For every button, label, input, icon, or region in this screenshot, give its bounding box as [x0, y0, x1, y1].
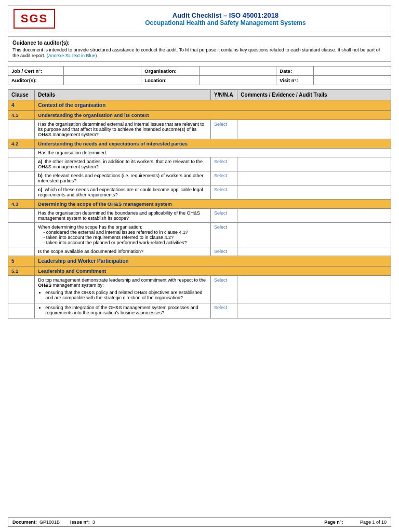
question-43c-row: Is the scope available as documented inf…: [8, 247, 391, 256]
question-51-row: Do top management demonstrate leadership…: [8, 276, 391, 303]
subsection-41-clause: 4.1: [8, 111, 35, 120]
question-42a-details: a) the other interested parties, in addi…: [35, 157, 211, 171]
question-51b-row: ensuring the integration of the OH&S man…: [8, 303, 391, 318]
question-42a-row: a) the other interested parties, in addi…: [8, 157, 391, 171]
section-4-row: 4 Context of the organisation: [8, 100, 391, 111]
subsection-41-row: 4.1 Understanding the organisation and i…: [8, 111, 391, 120]
date-label: Date:: [276, 66, 314, 76]
subsection-51-title: Leadership and Commitment: [35, 267, 391, 276]
subsection-51-clause: 5.1: [8, 267, 35, 276]
question-41-details: Has the organisation determined external…: [35, 120, 211, 139]
section-5-title: Leadership and Worker Participation: [35, 256, 391, 267]
dash-item-1: considered the external and internal iss…: [43, 230, 207, 235]
question-51a-comments[interactable]: [237, 276, 391, 303]
question-51b-yna[interactable]: Select: [211, 303, 237, 318]
auditor-label: Auditor(s):: [8, 76, 64, 85]
guidance-box: Guidance to auditor(s): This document is…: [8, 36, 391, 62]
organisation-label: Organisation:: [141, 66, 199, 76]
visit-value[interactable]: [314, 76, 391, 85]
title-line1: Audit Checklist – ISO 45001:2018: [65, 11, 385, 19]
question-41-row: Has the organisation determined external…: [8, 120, 391, 139]
bullet-item-51b: ensuring the integration of the OH&S man…: [45, 305, 207, 315]
footer-page: Page n°: Page 1 of 10: [324, 520, 387, 525]
auditor-value[interactable]: [64, 76, 141, 85]
info-table: Job / Cert n°: Organisation: Date: Audit…: [8, 66, 391, 85]
question-51-details: Do top management demonstrate leadership…: [35, 276, 211, 303]
guidance-link: (Annexe SL text in Blue): [47, 53, 97, 58]
guidance-title: Guidance to auditor(s):: [12, 40, 387, 46]
section-5-clause: 5: [8, 256, 35, 267]
dash-item-2: taken into account the requirements refe…: [43, 235, 207, 240]
page-footer: Document: GP1001B Issue n°: 3 Page n°: P…: [8, 517, 391, 527]
subsection-51-row: 5.1 Leadership and Commitment: [8, 267, 391, 276]
footer-issue: Issue n°: 3: [70, 520, 95, 525]
subsection-41-title: Understanding the organisation and its c…: [35, 111, 391, 120]
section-5-row: 5 Leadership and Worker Participation: [8, 256, 391, 267]
question-43a-yna[interactable]: Select: [211, 209, 237, 223]
question-41-comments[interactable]: [237, 120, 391, 139]
question-43c-yna[interactable]: Select: [211, 247, 237, 256]
question-43b-yna[interactable]: Select: [211, 223, 237, 247]
question-42-intro-row: Has the organisation determined:: [8, 149, 391, 157]
question-43a-row: Has the organisation determined the boun…: [8, 209, 391, 223]
question-42-intro: Has the organisation determined:: [35, 149, 391, 157]
question-42b-row: b) the relevant needs and expectations (…: [8, 171, 391, 185]
question-51a-yna[interactable]: Select: [211, 276, 237, 303]
question-41-clause: [8, 120, 35, 139]
question-43a-comments[interactable]: [237, 209, 391, 223]
question-42c-yna[interactable]: Select: [211, 185, 237, 200]
logo: SGS: [19, 12, 50, 25]
question-43b-details: When determining the scope has the organ…: [35, 223, 211, 247]
page: SGS Audit Checklist – ISO 45001:2018 Occ…: [0, 0, 399, 532]
visit-label: Visit n°:: [276, 76, 314, 85]
question-51b-details: ensuring the integration of the OH&S man…: [35, 303, 211, 318]
subsection-43-title: Determining the scope of the OH&S manage…: [35, 200, 391, 209]
dash-list-43b: considered the external and internal iss…: [38, 230, 207, 245]
job-cert-label: Job / Cert n°:: [8, 66, 64, 76]
bullet-item-51a: ensuring that the OH&S policy and relate…: [45, 290, 207, 300]
date-value[interactable]: [314, 66, 391, 76]
job-cert-value[interactable]: [64, 66, 141, 76]
question-42b-details: b) the relevant needs and expectations (…: [35, 171, 211, 185]
question-43b-comments[interactable]: [237, 223, 391, 247]
location-value[interactable]: [199, 76, 276, 85]
subsection-43-row: 4.3 Determining the scope of the OH&S ma…: [8, 200, 391, 209]
question-42b-comments[interactable]: [237, 171, 391, 185]
question-51b-comments[interactable]: [237, 303, 391, 318]
question-43b-row: When determining the scope has the organ…: [8, 223, 391, 247]
section-4-title: Context of the organisation: [35, 100, 391, 111]
col-header-yna: Y/N/N.A: [211, 90, 237, 100]
dash-item-3: taken into account the planned or perfor…: [43, 240, 207, 245]
subsection-42-title: Understanding the needs and expectations…: [35, 139, 391, 149]
subsection-42-row: 4.2 Understanding the needs and expectat…: [8, 139, 391, 149]
bullet-item-intro: Do top management demonstrate leadership…: [38, 277, 207, 288]
question-42b-yna[interactable]: Select: [211, 171, 237, 185]
subsection-43-clause: 4.3: [8, 200, 35, 209]
title-line2: Occupational Health and Safety Managemen…: [65, 19, 385, 26]
question-42a-comments[interactable]: [237, 157, 391, 171]
subsection-42-clause: 4.2: [8, 139, 35, 149]
question-42c-row: c) which of these needs and expectations…: [8, 185, 391, 200]
question-42c-details: c) which of these needs and expectations…: [35, 185, 211, 200]
bullet-list-51: Do top management demonstrate leadership…: [38, 277, 207, 300]
section-4-clause: 4: [8, 100, 35, 111]
question-43c-comments[interactable]: [237, 247, 391, 256]
page-title: Audit Checklist – ISO 45001:2018 Occupat…: [65, 11, 385, 26]
page-header: SGS Audit Checklist – ISO 45001:2018 Occ…: [8, 5, 391, 32]
checklist-table: Clause Details Y/N/N.A Comments / Eviden…: [8, 89, 391, 318]
col-header-comments: Comments / Evidence / Audit Trails: [237, 90, 391, 100]
question-43c-details: Is the scope available as documented inf…: [35, 247, 211, 256]
col-header-details: Details: [35, 90, 211, 100]
question-42c-comments[interactable]: [237, 185, 391, 200]
question-43a-details: Has the organisation determined the boun…: [35, 209, 211, 223]
location-label: Location:: [141, 76, 199, 85]
logo-box: SGS: [14, 9, 55, 29]
col-header-clause: Clause: [8, 90, 35, 100]
footer-doc: Document: GP1001B: [12, 520, 60, 525]
bullet-list-51b: ensuring the integration of the OH&S man…: [38, 305, 207, 315]
question-42a-yna[interactable]: Select: [211, 157, 237, 171]
question-41-yna[interactable]: Select: [211, 120, 237, 139]
organisation-value[interactable]: [199, 66, 276, 76]
